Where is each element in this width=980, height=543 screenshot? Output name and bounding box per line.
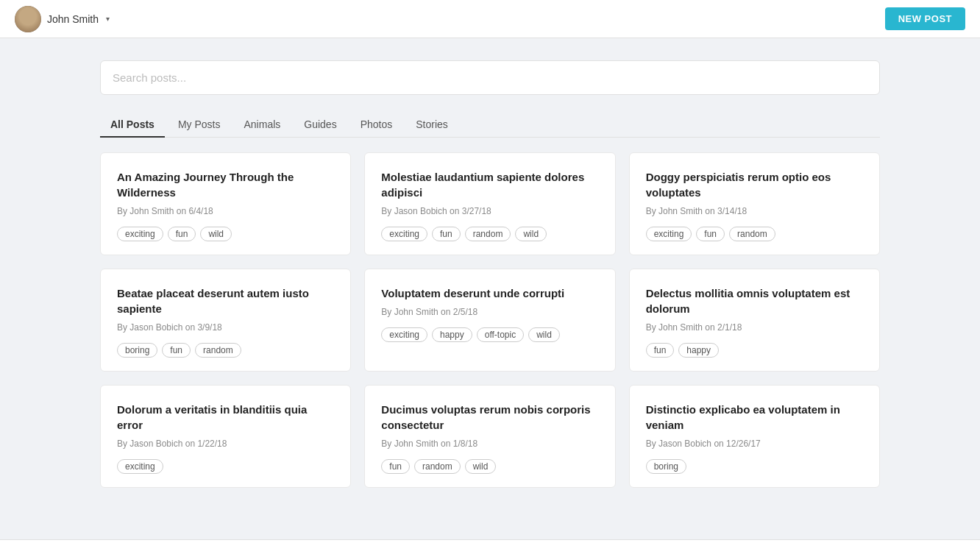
post-title: Dolorum a veritatis in blanditiis quia e… bbox=[117, 402, 334, 433]
tab-photos[interactable]: Photos bbox=[350, 113, 403, 138]
post-tags: boring bbox=[646, 459, 863, 474]
post-title: Molestiae laudantium sapiente dolores ad… bbox=[381, 169, 598, 200]
post-title: Beatae placeat deserunt autem iusto sapi… bbox=[117, 285, 334, 316]
tab-guides[interactable]: Guides bbox=[294, 113, 347, 138]
main-content: All PostsMy PostsAnimalsGuidesPhotosStor… bbox=[85, 38, 895, 510]
post-title: Ducimus voluptas rerum nobis corporis co… bbox=[381, 402, 598, 433]
user-name[interactable]: John Smith bbox=[47, 13, 99, 25]
post-card: Dolorum a veritatis in blanditiis quia e… bbox=[100, 385, 351, 488]
tag-exciting[interactable]: exciting bbox=[381, 227, 427, 241]
post-author: By Jason Bobich on 1/22/18 bbox=[117, 439, 334, 449]
post-author: By Jason Bobich on 12/26/17 bbox=[646, 439, 863, 449]
tag-wild[interactable]: wild bbox=[515, 227, 547, 241]
tag-fun[interactable]: fun bbox=[696, 227, 725, 241]
tag-exciting[interactable]: exciting bbox=[646, 227, 692, 241]
post-card: Distinctio explicabo ea voluptatem in ve… bbox=[629, 385, 880, 488]
post-tags: excitingfunrandom bbox=[646, 227, 863, 241]
post-author: By Jason Bobich on 3/9/18 bbox=[117, 322, 334, 333]
tag-happy[interactable]: happy bbox=[678, 343, 719, 358]
tag-exciting[interactable]: exciting bbox=[117, 227, 163, 241]
tab-animals[interactable]: Animals bbox=[233, 113, 291, 138]
post-title: An Amazing Journey Through the Wildernes… bbox=[117, 169, 334, 200]
post-card: Molestiae laudantium sapiente dolores ad… bbox=[364, 152, 615, 255]
tag-fun[interactable]: fun bbox=[432, 227, 461, 241]
tag-random[interactable]: random bbox=[195, 343, 241, 358]
tag-random[interactable]: random bbox=[414, 459, 461, 474]
post-author: By John Smith on 6/4/18 bbox=[117, 206, 334, 216]
post-card: An Amazing Journey Through the Wildernes… bbox=[100, 152, 351, 255]
tag-wild[interactable]: wild bbox=[465, 459, 497, 474]
tag-boring[interactable]: boring bbox=[117, 343, 157, 358]
post-title: Voluptatem deserunt unde corrupti bbox=[381, 285, 598, 301]
tag-fun[interactable]: fun bbox=[381, 459, 410, 474]
post-tags: excitingfunrandomwild bbox=[381, 227, 598, 241]
post-card: Voluptatem deserunt unde corruptiBy John… bbox=[364, 269, 615, 372]
tag-random[interactable]: random bbox=[465, 227, 511, 241]
post-tags: exciting bbox=[117, 459, 334, 474]
tag-off-topic[interactable]: off-topic bbox=[477, 327, 524, 342]
post-author: By John Smith on 1/8/18 bbox=[381, 439, 598, 449]
post-author: By John Smith on 2/1/18 bbox=[646, 322, 863, 333]
tag-fun[interactable]: fun bbox=[162, 343, 191, 358]
chevron-down-icon[interactable]: ▾ bbox=[106, 15, 110, 23]
post-card: Doggy perspiciatis rerum optio eos volup… bbox=[629, 152, 880, 255]
header-left: John Smith ▾ bbox=[15, 6, 110, 32]
search-container bbox=[100, 60, 880, 95]
avatar[interactable] bbox=[15, 6, 41, 32]
tag-random[interactable]: random bbox=[729, 227, 775, 241]
post-tags: funhappy bbox=[646, 343, 863, 358]
tab-stories[interactable]: Stories bbox=[405, 113, 458, 138]
tag-happy[interactable]: happy bbox=[432, 327, 472, 342]
new-post-button[interactable]: NEW POST bbox=[885, 7, 965, 30]
post-author: By John Smith on 2/5/18 bbox=[381, 307, 598, 317]
post-tags: excitinghappyoff-topicwild bbox=[381, 327, 598, 342]
avatar-image bbox=[15, 6, 41, 32]
post-tags: excitingfunwild bbox=[117, 227, 334, 241]
tag-boring[interactable]: boring bbox=[646, 459, 686, 474]
footer: © 2018 <justwrite.app> 1.0.0 — An open s… bbox=[0, 539, 980, 543]
post-card: Ducimus voluptas rerum nobis corporis co… bbox=[364, 385, 615, 488]
tag-exciting[interactable]: exciting bbox=[381, 327, 427, 342]
post-title: Delectus mollitia omnis voluptatem est d… bbox=[646, 285, 863, 316]
post-title: Distinctio explicabo ea voluptatem in ve… bbox=[646, 402, 863, 433]
tag-wild[interactable]: wild bbox=[200, 227, 232, 241]
tabs-nav: All PostsMy PostsAnimalsGuidesPhotosStor… bbox=[100, 113, 880, 138]
posts-grid: An Amazing Journey Through the Wildernes… bbox=[100, 152, 880, 488]
post-tags: boringfunrandom bbox=[117, 343, 334, 358]
post-card: Delectus mollitia omnis voluptatem est d… bbox=[629, 269, 880, 372]
post-title: Doggy perspiciatis rerum optio eos volup… bbox=[646, 169, 863, 200]
post-card: Beatae placeat deserunt autem iusto sapi… bbox=[100, 269, 351, 372]
tab-my-posts[interactable]: My Posts bbox=[168, 113, 231, 138]
tab-all-posts[interactable]: All Posts bbox=[100, 113, 165, 138]
tag-wild[interactable]: wild bbox=[528, 327, 560, 342]
tag-fun[interactable]: fun bbox=[646, 343, 675, 358]
post-author: By John Smith on 3/14/18 bbox=[646, 206, 863, 216]
post-tags: funrandomwild bbox=[381, 459, 598, 474]
tag-fun[interactable]: fun bbox=[168, 227, 196, 241]
header: John Smith ▾ NEW POST bbox=[0, 0, 980, 38]
search-input[interactable] bbox=[113, 61, 867, 94]
tag-exciting[interactable]: exciting bbox=[117, 459, 163, 474]
post-author: By Jason Bobich on 3/27/18 bbox=[381, 206, 598, 216]
